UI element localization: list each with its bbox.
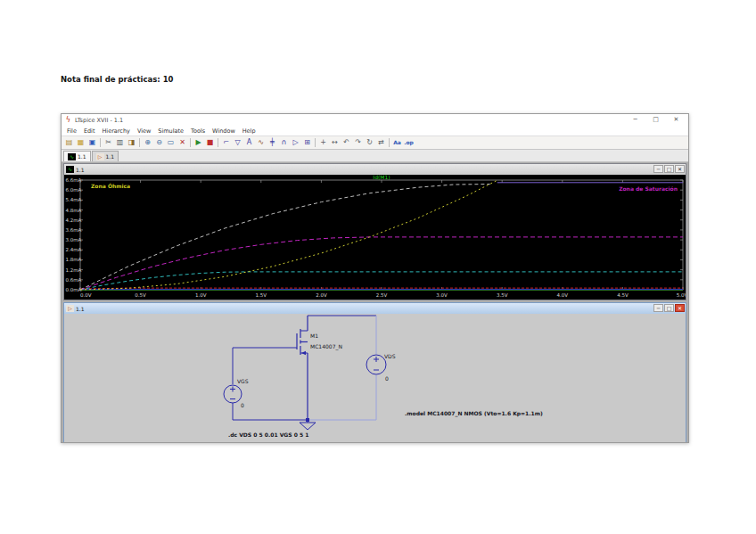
undo-icon[interactable]: ↶ [341, 137, 352, 148]
menu-hierarchy[interactable]: Hierarchy [98, 127, 133, 135]
x-tick-label: 0.5V [135, 292, 146, 298]
minimize-button[interactable]: ─ [653, 165, 663, 173]
vds-branch-wires[interactable] [308, 316, 376, 420]
zoom-in-icon[interactable]: ⊕ [142, 137, 153, 148]
trace-id-vgs-3v[interactable] [80, 272, 683, 290]
paste-icon[interactable]: ◨ [126, 137, 137, 148]
maximize-button[interactable]: □ [664, 304, 674, 312]
waveform-tab-icon: ∿ [68, 153, 76, 160]
zone-ohmica-annotation: Zona Óhmica [91, 183, 130, 189]
ltspice-window: ϟ LTspice XVII - 1.1 ─ □ ✕ FileEditHiera… [61, 113, 689, 443]
x-tick-label: 4.5V [617, 292, 629, 298]
resistor-icon[interactable]: ∿ [255, 137, 267, 148]
halt-icon[interactable]: ■ [204, 137, 216, 148]
open-file-icon[interactable]: ▦ [75, 137, 86, 148]
component-icon[interactable]: ⊞ [301, 137, 313, 148]
wire-icon[interactable]: ⌐ [220, 137, 232, 148]
y-tick-label: 0.0mA [66, 287, 82, 292]
dc-sweep-directive[interactable]: .dc VDS 0 5 0.01 VGS 0 5 1 [228, 431, 308, 438]
spice-directive-icon[interactable]: .op [403, 137, 415, 148]
schematic-tab-icon: ▷ [96, 153, 104, 160]
text-icon[interactable]: Aa [391, 137, 403, 148]
cut-icon[interactable]: ✂ [103, 137, 114, 148]
vds-value[interactable]: 0 [385, 375, 389, 382]
trace-label: Id(M1) [373, 175, 390, 180]
menu-edit[interactable]: Edit [80, 127, 99, 135]
new-file-icon[interactable]: ▤ [63, 137, 75, 148]
source-arrow-icon [301, 351, 306, 355]
window-title: LTspice XVII - 1.1 [75, 117, 123, 124]
zoom-out-icon[interactable]: ⊖ [153, 137, 165, 148]
nmos-transistor[interactable] [297, 316, 308, 420]
mdi-area: ∿ 1.1 ─ □ ✕ Id(M1)6.6mA6.0mA5.4mA4.8mA4.… [62, 162, 688, 442]
vds-label[interactable]: VDS [384, 353, 396, 359]
vgs-label[interactable]: VGS [237, 378, 249, 384]
toolbar: ▤▦▣✂▥◨⊕⊖▭✕▶■⌐▽A∿╪∩▷⊞+↔↶↷↻⇄Aa.op [62, 136, 688, 150]
maximize-button[interactable]: □ [664, 165, 674, 173]
toolbar-separator [389, 138, 390, 147]
menu-tools[interactable]: Tools [187, 127, 209, 135]
toolbar-separator [218, 138, 218, 147]
copy-icon[interactable]: ▥ [114, 137, 126, 148]
y-tick-label: 0.6mA [66, 277, 82, 283]
trace-limite-zonas-0-55-vds-[interactable] [80, 180, 497, 290]
window-controls: ─ □ ✕ [625, 114, 686, 126]
vds-source[interactable] [366, 355, 386, 374]
zoom-extents-icon[interactable]: ✕ [177, 137, 188, 148]
rotate-icon[interactable]: ↻ [364, 137, 375, 148]
diode-icon[interactable]: ▷ [290, 137, 301, 148]
transistor-model-label[interactable]: MC14007_N [310, 343, 342, 350]
run-icon[interactable]: ▶ [193, 137, 204, 148]
inductor-icon[interactable]: ∩ [278, 137, 290, 148]
trace-id-vgs-4v[interactable] [80, 237, 683, 290]
waveform-window: ∿ 1.1 ─ □ ✕ Id(M1)6.6mA6.0mA5.4mA4.8mA4.… [63, 163, 686, 300]
move-icon[interactable]: + [317, 137, 329, 148]
y-tick-label: 4.2mA [66, 218, 82, 223]
id-vds-chart: Id(M1)6.6mA6.0mA5.4mA4.8mA4.2mA3.6mA3.0m… [64, 175, 686, 300]
menu-view[interactable]: View [134, 127, 154, 135]
tab-label: 1.1 [78, 153, 86, 160]
model-directive[interactable]: .model MC14007_N NMOS (Vto=1.6 Kp=1.1m) [405, 410, 543, 417]
ground-icon[interactable]: ▽ [232, 137, 243, 148]
close-button[interactable]: ✕ [666, 114, 686, 126]
transistor-ref-label[interactable]: M1 [310, 333, 318, 339]
x-tick-label: 2.0V [316, 292, 327, 298]
schematic-canvas[interactable]: M1 MC14007_N VGS 0 VDS 0 .model MC14007_… [64, 314, 686, 442]
save-icon[interactable]: ▣ [86, 137, 98, 148]
y-tick-label: 1.2mA [66, 267, 82, 273]
tab-schematic[interactable]: ▷1.1 [92, 151, 119, 161]
redo-icon[interactable]: ↷ [352, 137, 364, 148]
vgs-value[interactable]: 0 [241, 402, 244, 408]
zoom-area-icon[interactable]: ▭ [165, 137, 177, 148]
y-tick-label: 5.4mA [66, 197, 82, 202]
x-tick-label: 3.5V [497, 292, 508, 298]
x-tick-label: 0.0V [80, 292, 92, 298]
waveform-window-title: 1.1 [76, 167, 85, 173]
waveform-window-titlebar: ∿ 1.1 ─ □ ✕ [64, 164, 686, 175]
tab-waveform[interactable]: ∿1.1 [63, 151, 91, 161]
drag-icon[interactable]: ↔ [329, 137, 341, 148]
grade-note: Nota final de prácticas: 10 [61, 75, 174, 84]
menu-file[interactable]: File [63, 127, 80, 135]
plot-border [80, 180, 683, 290]
maximize-button[interactable]: □ [645, 114, 666, 126]
menu-window[interactable]: Window [209, 127, 239, 135]
tab-strip: ∿1.1▷1.1 [62, 150, 688, 162]
label-icon[interactable]: A [243, 137, 255, 148]
minimize-button[interactable]: ─ [625, 114, 645, 126]
x-tick-label: 1.0V [195, 292, 207, 298]
schematic-window-titlebar: ▷ 1.1 ─ □ ✕ [64, 303, 686, 314]
trace-id-vgs-5v[interactable] [80, 185, 490, 291]
close-button[interactable]: ✕ [675, 165, 685, 173]
menu-help[interactable]: Help [239, 127, 259, 135]
mirror-icon[interactable]: ⇄ [375, 137, 387, 148]
x-tick-label: 5.0V [677, 292, 686, 298]
waveform-plot[interactable]: Id(M1)6.6mA6.0mA5.4mA4.8mA4.2mA3.6mA3.0m… [64, 175, 686, 300]
close-button[interactable]: ✕ [675, 304, 685, 312]
schematic-window-title: 1.1 [76, 306, 85, 312]
minimize-button[interactable]: ─ [653, 304, 663, 312]
waveform-window-controls: ─ □ ✕ [653, 165, 685, 173]
menu-simulate[interactable]: Simulate [154, 127, 187, 135]
toolbar-separator [190, 138, 191, 147]
capacitor-icon[interactable]: ╪ [267, 137, 278, 148]
